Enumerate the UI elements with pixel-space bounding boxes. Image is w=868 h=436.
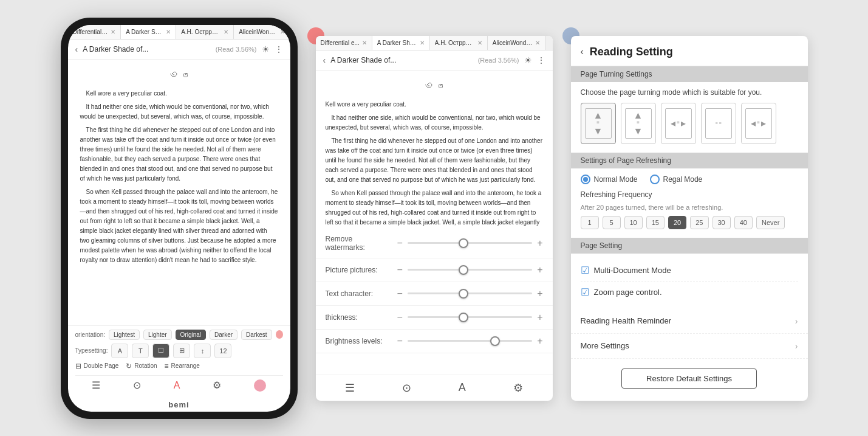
phone-reader-title: A Darker Shade of... bbox=[83, 45, 210, 54]
mid-nav-menu-icon[interactable]: ☰ bbox=[345, 381, 355, 395]
phone-tab-2[interactable]: A.H. Острponc... ✕ bbox=[176, 25, 234, 39]
slider-watermarks-plus[interactable]: + bbox=[537, 238, 542, 249]
mid-nav-circle-icon[interactable]: ⊙ bbox=[402, 381, 411, 395]
phone-tab-3[interactable]: AliceinWonde... ✕ bbox=[234, 25, 290, 39]
middle-back-button[interactable]: ‹ bbox=[323, 55, 326, 65]
phone-back-button[interactable]: ‹ bbox=[75, 44, 78, 54]
middle-content-preview: ꩜ ↺ Kell wore a very peculiar coat. It h… bbox=[316, 71, 553, 229]
freq-5[interactable]: 5 bbox=[603, 216, 621, 229]
phone-original-btn[interactable]: Original bbox=[176, 330, 206, 340]
freq-20[interactable]: 20 bbox=[668, 216, 686, 229]
freq-15[interactable]: 15 bbox=[646, 216, 665, 229]
phone-rearrange-action[interactable]: ≡ Rearrange bbox=[165, 362, 200, 370]
phone-para-1: It had neither one side, which would be … bbox=[80, 102, 278, 122]
tab-close-2[interactable]: ✕ bbox=[224, 29, 228, 35]
slider-text-track[interactable] bbox=[408, 292, 532, 294]
slider-thickness-track[interactable] bbox=[408, 316, 532, 318]
slider-pictures-plus[interactable]: + bbox=[537, 265, 542, 275]
mid-tab-close-0[interactable]: ✕ bbox=[362, 40, 367, 46]
mode-horizontal-arrows-inner: ◂ ≡ ▸ bbox=[745, 108, 772, 139]
middle-tab-1[interactable]: A Darker Sha... ✕ bbox=[372, 36, 430, 50]
slider-text-plus[interactable]: + bbox=[537, 288, 542, 299]
right-back-button[interactable]: ‹ bbox=[581, 46, 584, 57]
mode-scroll-vertical[interactable]: ▲ ≡ ▼ bbox=[581, 103, 616, 144]
freq-1[interactable]: 1 bbox=[581, 216, 599, 229]
mode-page-slide-inner: ◂ ≡ ▸ bbox=[665, 108, 692, 139]
mode-arrow-up-icon: ▲ bbox=[593, 110, 603, 121]
restore-default-button[interactable]: Restore Default Settings bbox=[621, 369, 757, 389]
phone-type-arrow-btn[interactable]: ↕ bbox=[194, 344, 211, 358]
phone-nav-text-icon[interactable]: A bbox=[174, 380, 180, 391]
phone-type-a-btn[interactable]: A bbox=[111, 344, 128, 358]
slider-thickness-minus[interactable]: − bbox=[397, 312, 403, 323]
phone-type-box-btn[interactable]: ☐ bbox=[152, 344, 169, 358]
phone-tab-0[interactable]: Differential e... ✕ bbox=[68, 25, 121, 39]
mid-tab-close-2[interactable]: ✕ bbox=[477, 40, 482, 46]
mode-page-slide[interactable]: ◂ ≡ ▸ bbox=[661, 103, 696, 144]
mid-nav-text-icon[interactable]: A bbox=[459, 381, 466, 394]
mode-scroll-vertical-inner: ▲ ≡ ▼ bbox=[585, 108, 612, 139]
normal-mode-radio[interactable]: Normal Mode bbox=[581, 175, 638, 184]
phone-lightest-btn[interactable]: Lightest bbox=[109, 330, 140, 340]
more-settings-row[interactable]: More Settings › bbox=[571, 334, 808, 359]
mode-side-by-side[interactable]: ≡ ≡ bbox=[701, 103, 736, 144]
phone-darkest-btn[interactable]: Darkest bbox=[241, 330, 272, 340]
phone-darker-btn[interactable]: Darker bbox=[210, 330, 238, 340]
slider-text-minus[interactable]: − bbox=[397, 288, 403, 299]
freq-25[interactable]: 25 bbox=[690, 216, 708, 229]
slider-brightness-plus[interactable]: + bbox=[537, 336, 542, 347]
phone-lighter-btn[interactable]: Lighter bbox=[143, 330, 172, 340]
slider-brightness-thumb[interactable] bbox=[490, 336, 500, 346]
mid-tab-close-1[interactable]: ✕ bbox=[420, 40, 425, 46]
health-reminder-row[interactable]: Reading Health Reminder › bbox=[571, 309, 808, 334]
zoom-control-row[interactable]: ☑ Zoom page control. bbox=[581, 282, 798, 303]
phone-type-num-btn[interactable]: 12 bbox=[214, 344, 231, 358]
middle-sun-icon[interactable]: ☀ bbox=[524, 55, 532, 65]
more-settings-chevron: › bbox=[795, 341, 798, 351]
middle-tab-2[interactable]: A.H. Острponc... ✕ bbox=[430, 36, 488, 50]
phone-nav-bookmark-icon[interactable]: ⊙ bbox=[133, 379, 141, 391]
slider-thickness-plus[interactable]: + bbox=[537, 312, 542, 323]
mid-nav-settings-icon[interactable]: ⚙ bbox=[513, 381, 523, 395]
freq-30[interactable]: 30 bbox=[713, 216, 731, 229]
middle-tab-3[interactable]: AliceinWonde... ✕ bbox=[488, 36, 545, 50]
tab-close-3[interactable]: ✕ bbox=[280, 29, 285, 35]
freq-10[interactable]: 10 bbox=[624, 216, 643, 229]
phone-type-t-btn[interactable]: T bbox=[132, 344, 149, 358]
freq-never[interactable]: Never bbox=[756, 216, 785, 229]
slider-thickness-thumb[interactable] bbox=[459, 313, 468, 322]
phone-sun-icon[interactable]: ☀ bbox=[262, 44, 270, 54]
regal-mode-radio[interactable]: Regal Mode bbox=[650, 175, 703, 184]
phone-nav-settings-icon[interactable]: ⚙ bbox=[213, 379, 221, 391]
middle-more-icon[interactable]: ⋮ bbox=[537, 55, 545, 65]
slider-pictures-minus[interactable]: − bbox=[397, 265, 403, 275]
freq-40[interactable]: 40 bbox=[734, 216, 753, 229]
slider-text-thumb[interactable] bbox=[459, 289, 468, 299]
middle-tab-0[interactable]: Differential e... ✕ bbox=[316, 36, 372, 50]
slider-brightness-track[interactable] bbox=[408, 340, 532, 342]
right-panel-wrapper: ‹ Reading Setting Page Turning Settings … bbox=[571, 36, 808, 401]
mode-scroll-arrows-inner: ▲ ≡ ▼ bbox=[625, 108, 652, 139]
phone-screen: Differential e... ✕ A Darker Sha... ✕ A.… bbox=[68, 25, 290, 412]
tab-close-0[interactable]: ✕ bbox=[111, 29, 115, 35]
multi-document-row[interactable]: ☑ Multi-Document Mode bbox=[581, 260, 798, 282]
slider-watermarks-minus[interactable]: − bbox=[397, 238, 403, 249]
tab-close-1[interactable]: ✕ bbox=[166, 29, 171, 35]
phone-nav-menu-icon[interactable]: ☰ bbox=[92, 379, 100, 391]
phone-typesetting-row: Typesetting: A T ☐ ⊞ ↕ 12 bbox=[75, 344, 283, 358]
slider-watermarks-thumb[interactable] bbox=[459, 238, 468, 248]
mid-tab-close-3[interactable]: ✕ bbox=[535, 40, 540, 46]
phone-type-grid-btn[interactable]: ⊞ bbox=[173, 344, 190, 358]
slider-watermarks-track[interactable] bbox=[408, 242, 532, 244]
slider-pictures-track[interactable] bbox=[408, 269, 532, 271]
mode-horizontal-arrows[interactable]: ◂ ≡ ▸ bbox=[741, 103, 776, 144]
phone-tab-1[interactable]: A Darker Sha... ✕ bbox=[121, 25, 176, 39]
page-turning-desc: Choose the page turning mode which is su… bbox=[581, 88, 798, 97]
phone-double-page-action[interactable]: ⊟ Double Page bbox=[75, 362, 119, 370]
phone-rotation-action[interactable]: ↻ Rotation bbox=[126, 362, 157, 370]
mode-side-by-side-inner: ≡ ≡ bbox=[705, 108, 732, 139]
slider-brightness-minus[interactable]: − bbox=[397, 336, 403, 347]
mode-scroll-arrows[interactable]: ▲ ≡ ▼ bbox=[621, 103, 656, 144]
phone-more-icon[interactable]: ⋮ bbox=[275, 44, 283, 54]
slider-pictures-thumb[interactable] bbox=[459, 265, 468, 275]
